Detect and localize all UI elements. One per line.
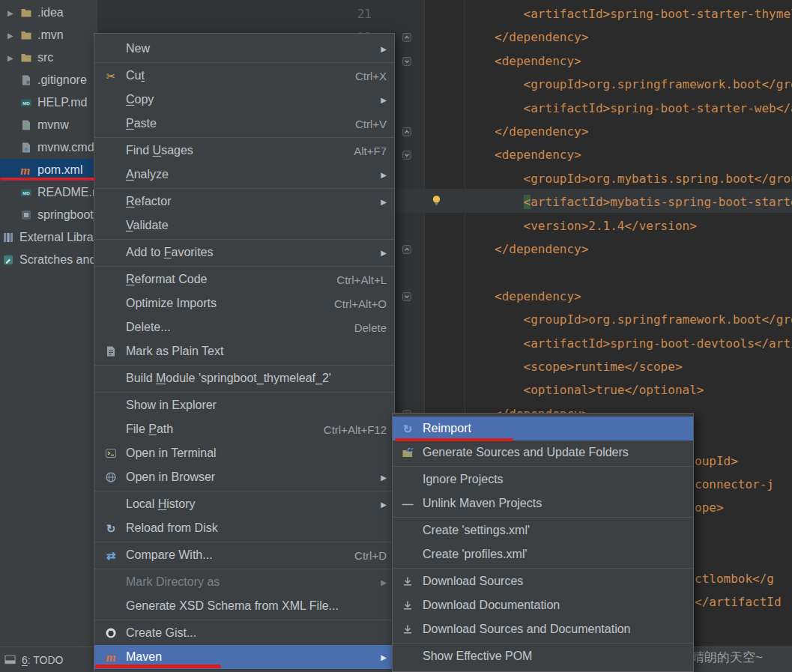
code-line[interactable]: </dependency> xyxy=(437,25,588,49)
menu-item-label: Create Gist... xyxy=(126,626,196,640)
context-menu-item-create-gist[interactable]: Create Gist... xyxy=(94,621,394,645)
code-line[interactable]: </dependency> xyxy=(437,237,588,261)
intention-bulb-icon[interactable] xyxy=(430,194,443,207)
code-fragment[interactable]: oupId> xyxy=(695,449,738,473)
maven-submenu-item-download-sources[interactable]: Download Sources xyxy=(393,569,693,593)
fold-marker-icon[interactable] xyxy=(402,126,411,135)
download-icon xyxy=(399,623,417,635)
tree-item-idea[interactable]: ▶.idea xyxy=(0,1,97,24)
todo-tool-window-button[interactable]: 6: TODO xyxy=(22,654,64,666)
tree-item-mvnw[interactable]: mvnw xyxy=(0,114,97,136)
context-menu-item-new[interactable]: New▶ xyxy=(94,37,394,61)
menu-item-label: Download Documentation xyxy=(423,599,560,612)
tree-item-mvnw-cmd[interactable]: mvnw.cmd xyxy=(0,136,97,159)
maven-submenu-item-reimport[interactable]: ↻Reimport xyxy=(393,417,693,441)
tree-item-label: External Libraries xyxy=(19,231,97,244)
code-line[interactable]: <artifactId>mybatis-spring-boot-starter<… xyxy=(437,190,792,214)
maven-submenu-item-unlink-maven-projects[interactable]: —Unlink Maven Projects xyxy=(393,491,693,515)
context-menu-item-build-module-springboot-thymeleaf-2[interactable]: Build Module 'springboot_thymeleaf_2' xyxy=(94,366,394,390)
maven-submenu-item-create-settings-xml[interactable]: Create 'settings.xml' xyxy=(393,518,693,542)
menu-item-label: Local History xyxy=(126,497,196,511)
context-menu-item-add-to-favorites[interactable]: Add to Favorites▶ xyxy=(94,240,394,264)
maven-submenu-item-download-sources-and-documentation[interactable]: Download Sources and Documentation xyxy=(393,617,693,641)
code-fragment[interactable]: ope> xyxy=(695,496,724,519)
fold-marker-icon[interactable] xyxy=(402,291,411,300)
svg-text:MD: MD xyxy=(22,100,30,106)
maven-submenu-item-show-effective-pom[interactable]: Show Effective POM xyxy=(393,644,693,668)
project-tree: ▶.idea▶.mvn▶src.gitignoreMDHELP.mdmvnwmv… xyxy=(0,0,97,271)
fold-marker-icon[interactable] xyxy=(402,243,411,252)
code-line[interactable]: <scope>runtime</scope> xyxy=(437,355,683,378)
context-menu-item-file-path[interactable]: File PathCtrl+Alt+F12 xyxy=(94,417,394,441)
code-line[interactable]: <groupId>org.mybatis.spring.boot</groupI… xyxy=(437,167,792,190)
context-menu-item-reload-from-disk[interactable]: ↻Reload from Disk xyxy=(94,516,394,540)
code-line[interactable]: <version>2.1.4</version> xyxy=(437,214,697,237)
tree-item-label: pom.xml xyxy=(37,163,82,177)
menu-item-label: Compare With... xyxy=(126,548,213,562)
code-line[interactable]: </dependency> xyxy=(437,120,588,143)
context-menu-item-paste[interactable]: PasteCtrl+V xyxy=(94,112,394,136)
tree-item-help-md[interactable]: MDHELP.md xyxy=(0,91,97,114)
expand-chevron-icon: ▶ xyxy=(7,9,20,17)
tree-item-gitignore[interactable]: .gitignore xyxy=(0,69,97,91)
submenu-arrow-icon: ▶ xyxy=(381,473,387,482)
menu-item-label: Mark as Plain Text xyxy=(126,345,223,358)
fold-marker-icon[interactable] xyxy=(402,31,411,40)
code-line[interactable]: <dependency> xyxy=(437,285,581,308)
code-line[interactable]: <artifactId>spring-boot-devtools</artifa… xyxy=(437,332,792,355)
tool-window-icon[interactable] xyxy=(4,654,16,665)
code-fragment[interactable]: connector-j xyxy=(695,473,774,496)
context-menu: New▶✂CutCtrl+XCopy▶PasteCtrl+VFind Usage… xyxy=(94,33,395,672)
folder-icon xyxy=(20,29,37,41)
tree-item-springboot-thymeleaf-2-iml[interactable]: springboot_thymeleaf_2.iml xyxy=(0,204,97,226)
tree-item-readme-md[interactable]: MDREADME.md xyxy=(0,181,97,204)
submenu-arrow-icon: ▶ xyxy=(381,500,387,509)
context-menu-item-reformat-code[interactable]: Reformat CodeCtrl+Alt+L xyxy=(94,267,394,291)
tree-item-label: README.md xyxy=(37,186,97,199)
context-menu-item-mark-as-plain-text[interactable]: Mark as Plain Text xyxy=(94,339,394,363)
tree-item-src[interactable]: ▶src xyxy=(0,46,97,69)
code-line[interactable]: <optional>true</optional> xyxy=(437,378,704,402)
context-menu-item-mark-directory-as[interactable]: Mark Directory as▶ xyxy=(94,570,394,594)
code-line[interactable]: <artifactId>spring-boot-starter-thymelea… xyxy=(437,2,792,25)
menu-item-label: Ignore Projects xyxy=(423,473,504,486)
context-menu-item-optimize-imports[interactable]: Optimize ImportsCtrl+Alt+O xyxy=(94,291,394,315)
plain-text-icon xyxy=(102,345,120,357)
code-line[interactable]: <dependency> xyxy=(437,143,581,166)
maven-submenu-item-generate-sources-and-update-folders[interactable]: Generate Sources and Update Folders xyxy=(393,441,693,464)
tree-item-label: .mvn xyxy=(37,28,64,42)
maven-submenu-item-create-profiles-xml[interactable]: Create 'profiles.xml' xyxy=(393,542,693,566)
context-menu-item-open-in-browser[interactable]: Open in Browser▶ xyxy=(94,465,394,489)
context-menu-item-generate-xsd-schema-from-xml-file[interactable]: Generate XSD Schema from XML File... xyxy=(94,594,394,618)
tree-item-external-libraries[interactable]: External Libraries xyxy=(0,226,97,249)
fold-marker-icon[interactable] xyxy=(402,55,411,64)
maven-submenu: ↻ReimportGenerate Sources and Update Fol… xyxy=(392,413,694,672)
context-menu-separator xyxy=(94,266,394,267)
fold-marker-icon[interactable] xyxy=(402,149,411,158)
context-menu-item-copy[interactable]: Copy▶ xyxy=(94,88,394,112)
context-menu-item-compare-with[interactable]: ⇄Compare With...Ctrl+D xyxy=(94,543,394,567)
maven-submenu-item-ignore-projects[interactable]: Ignore Projects xyxy=(393,467,693,491)
code-fragment[interactable]: </artifactId xyxy=(695,590,782,614)
context-menu-item-refactor[interactable]: Refactor▶ xyxy=(94,190,394,214)
code-line[interactable]: <groupId>org.springframework.boot</group… xyxy=(437,73,792,96)
context-menu-item-cut[interactable]: ✂CutCtrl+X xyxy=(94,64,394,88)
submenu-arrow-icon: ▶ xyxy=(381,96,387,104)
context-menu-item-show-in-explorer[interactable]: Show in Explorer xyxy=(94,393,394,417)
context-menu-item-find-usages[interactable]: Find UsagesAlt+F7 xyxy=(94,139,394,163)
tree-item-scratches-and-consoles[interactable]: Scratches and Consoles xyxy=(0,249,97,271)
context-menu-item-open-in-terminal[interactable]: Open in Terminal xyxy=(94,441,394,465)
code-line[interactable]: <groupId>org.springframework.boot</group… xyxy=(437,308,792,331)
maven-icon: m xyxy=(102,651,120,664)
tree-item-mvn[interactable]: ▶.mvn xyxy=(0,24,97,46)
context-menu-item-local-history[interactable]: Local History▶ xyxy=(94,492,394,516)
context-menu-item-validate[interactable]: Validate xyxy=(94,214,394,237)
maven-submenu-item-download-documentation[interactable]: Download Documentation xyxy=(393,593,693,617)
code-line[interactable]: <artifactId>spring-boot-starter-web</art… xyxy=(437,97,792,120)
compare-icon: ⇄ xyxy=(102,550,120,561)
code-fragment[interactable]: ctlombok</g xyxy=(695,567,774,590)
code-line[interactable]: <dependency> xyxy=(437,49,581,73)
context-menu-item-delete[interactable]: Delete...Delete xyxy=(94,315,394,339)
submenu-arrow-icon: ▶ xyxy=(381,45,387,53)
context-menu-item-analyze[interactable]: Analyze▶ xyxy=(94,163,394,187)
